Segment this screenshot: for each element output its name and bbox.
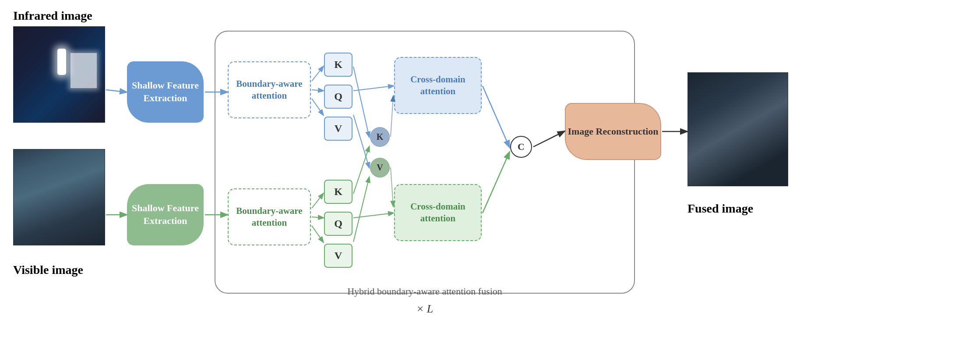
v-box-blue: V: [324, 117, 353, 141]
q-box-green: Q: [324, 212, 353, 236]
baa-blue-box: Boundary-aware attention: [228, 61, 311, 118]
fused-label: Fused image: [687, 202, 753, 216]
hybrid-label: Hybrid boundary-aware attention fusion: [215, 286, 635, 297]
v-box-green: V: [324, 244, 353, 268]
kv-k-circle: K: [370, 127, 390, 147]
kqv-green-container: K Q V: [324, 180, 353, 268]
kv-v-circle: V: [370, 158, 390, 178]
fused-image: [687, 72, 788, 186]
cda-green-box: Cross-domain attention: [394, 184, 482, 241]
k-box-green: K: [324, 180, 353, 204]
concat-circle: C: [510, 136, 532, 158]
kqv-blue-container: K Q V: [324, 53, 353, 141]
q-box-blue: Q: [324, 85, 353, 109]
visible-image: [13, 149, 105, 245]
visible-label: Visible image: [13, 263, 83, 277]
baa-green-box: Boundary-aware attention: [228, 188, 311, 245]
diagram-container: Infrared image Visible image Shallow Fea…: [0, 0, 980, 355]
sfe-blue-box: Shallow Feature Extraction: [127, 61, 204, 123]
k-box-blue: K: [324, 53, 353, 77]
infrared-label: Infrared image: [13, 9, 92, 23]
times-L: × L: [215, 302, 635, 316]
infrared-image: [13, 26, 105, 123]
cda-blue-box: Cross-domain attention: [394, 57, 482, 114]
image-reconstruction-box: Image Reconstruction: [565, 103, 661, 160]
sfe-green-box: Shallow Feature Extraction: [127, 184, 204, 245]
svg-line-0: [106, 90, 126, 92]
